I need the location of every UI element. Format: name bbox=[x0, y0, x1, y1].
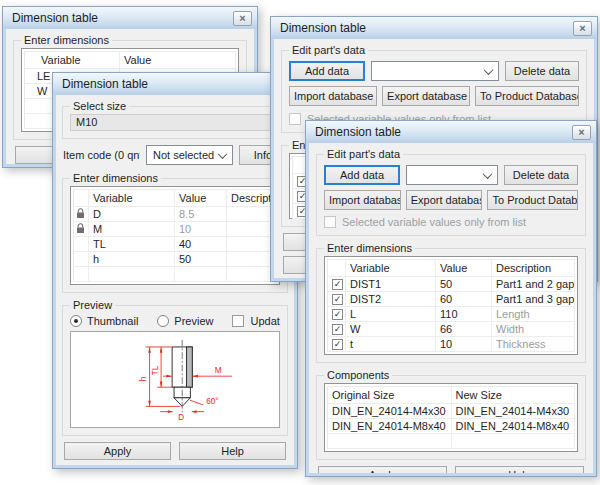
export-database-button[interactable]: Export database bbox=[382, 86, 470, 106]
screw-preview-drawing: h TL M D 60° bbox=[71, 332, 279, 428]
add-data-button[interactable]: Add data bbox=[289, 61, 365, 81]
cancel-button[interactable]: Cancel bbox=[179, 465, 286, 468]
table-row[interactable]: D 8.5 bbox=[74, 207, 277, 222]
import-database-button[interactable]: Import database bbox=[289, 86, 377, 106]
group-label: Enter dimensions bbox=[21, 34, 112, 46]
thumbnail-radio[interactable]: Thumbnail bbox=[70, 315, 138, 327]
group-label: Components bbox=[324, 369, 392, 381]
dim-label-tl: TL bbox=[151, 365, 160, 375]
add-data-button[interactable]: Add data bbox=[324, 165, 400, 185]
preview-radio[interactable]: Preview bbox=[157, 315, 213, 327]
dim-label-h: h bbox=[139, 377, 148, 382]
enter-dimensions-group: Enter dimensions Variable Value Descript… bbox=[62, 172, 288, 293]
checkbox-box bbox=[324, 216, 336, 228]
window-title: Dimension table bbox=[315, 125, 572, 139]
cell-variable: W bbox=[346, 322, 436, 337]
close-icon: × bbox=[578, 127, 584, 138]
cell-variable: L bbox=[346, 307, 436, 322]
cell-variable: D bbox=[89, 207, 175, 222]
group-label: Edit part's data bbox=[324, 148, 403, 160]
group-label: Enter dimensions bbox=[324, 242, 415, 254]
apply-button[interactable]: Apply bbox=[64, 442, 171, 460]
titlebar[interactable]: Dimension table × bbox=[3, 7, 257, 29]
table-row[interactable]: DIN_EN_24014-M4x30 DIN_EN_24014-M4x30 bbox=[328, 404, 575, 419]
import-database-button[interactable]: Import database bbox=[324, 190, 401, 210]
cell-description: Length bbox=[492, 307, 575, 322]
radio-dot bbox=[157, 315, 169, 327]
column-header: Value bbox=[175, 190, 227, 207]
cell-variable: DIST1 bbox=[346, 277, 436, 292]
radio-dot bbox=[70, 315, 82, 327]
cell-description bbox=[227, 237, 277, 252]
cell-original-size: DIN_EN_24014-M4x30 bbox=[328, 404, 452, 419]
titlebar[interactable]: Dimension table × bbox=[271, 17, 597, 39]
checkbox[interactable]: ✓ bbox=[332, 324, 343, 335]
checkbox-box bbox=[289, 113, 301, 125]
cell-description: Thickness bbox=[492, 337, 575, 352]
cell-original-size: DIN_EN_24014-M8x40 bbox=[328, 419, 452, 434]
group-label: Preview bbox=[70, 299, 115, 311]
selected-values-checkbox[interactable]: Selected variable values only from list bbox=[324, 216, 578, 228]
chevron-down-icon bbox=[483, 169, 493, 179]
to-product-database-button[interactable]: To Product Database bbox=[487, 190, 578, 210]
dim-label-d: D bbox=[178, 413, 184, 422]
table-row[interactable]: ✓ L 110 Length bbox=[328, 307, 575, 322]
table-row[interactable]: ✓ W 66 Width bbox=[328, 322, 575, 337]
checkbox[interactable]: ✓ bbox=[332, 309, 343, 320]
column-header: Variable bbox=[25, 52, 120, 69]
table-row[interactable]: M 10 bbox=[74, 222, 277, 237]
table-row[interactable]: ✓ DIST1 50 Part1 and 2 gap bbox=[328, 277, 575, 292]
preview-canvas[interactable]: h TL M D 60° bbox=[70, 331, 280, 428]
close-button[interactable]: × bbox=[233, 11, 252, 26]
table-row[interactable]: ✓ t 10 Thickness bbox=[328, 337, 575, 352]
cell-description bbox=[227, 252, 277, 267]
window-title: Dimension table bbox=[12, 11, 233, 25]
cell-value: 40 bbox=[175, 237, 227, 252]
preview-group: Preview Thumbnail Preview Update preview… bbox=[62, 299, 288, 436]
apply-button[interactable]: Apply bbox=[318, 466, 447, 476]
dimensions-table: Variable Value Description D bbox=[70, 186, 280, 285]
cell-value: 8.5 bbox=[175, 207, 227, 222]
table-row[interactable]: h 50 bbox=[74, 252, 277, 267]
table-row[interactable]: ✓ DIST2 60 Part1 and 3 gap bbox=[328, 292, 575, 307]
item-code-combobox[interactable]: Not selected bbox=[146, 145, 233, 165]
data-combobox[interactable] bbox=[406, 165, 498, 185]
cell-description bbox=[227, 207, 277, 222]
update-preview-checkbox[interactable]: Update preview automatic bbox=[232, 315, 280, 327]
titlebar[interactable]: Dimension table × bbox=[306, 121, 596, 143]
help-button[interactable]: Help bbox=[179, 442, 286, 460]
lock-icon bbox=[76, 223, 85, 234]
titlebar[interactable]: Dimension table × bbox=[53, 73, 297, 95]
cell-value: 10 bbox=[436, 337, 492, 352]
table-row[interactable]: DIN_EN_24014-M8x40 DIN_EN_24014-M8x40 bbox=[328, 419, 575, 434]
check-icon: ✓ bbox=[334, 340, 342, 349]
export-database-button[interactable]: Export database bbox=[406, 190, 483, 210]
checkbox-box bbox=[232, 315, 244, 327]
column-header: Variable bbox=[89, 190, 175, 207]
help-button[interactable]: Help bbox=[455, 466, 584, 476]
group-label: Enter dimensions bbox=[70, 172, 161, 184]
enter-dimensions-group: Enter dimensions Variable Value Descript… bbox=[316, 242, 586, 363]
ok-button[interactable]: OK bbox=[64, 465, 171, 468]
delete-data-button[interactable]: Delete data bbox=[505, 61, 579, 81]
table-row[interactable]: TL 40 bbox=[74, 237, 277, 252]
check-icon: ✓ bbox=[334, 325, 342, 334]
dialog-dimension-table-4: Dimension table × Edit part's data Add d… bbox=[305, 120, 597, 477]
column-header: Value bbox=[436, 260, 492, 277]
checkbox[interactable]: ✓ bbox=[332, 279, 343, 290]
data-combobox[interactable] bbox=[371, 61, 499, 81]
checkbox[interactable]: ✓ bbox=[332, 339, 343, 350]
chevron-down-icon bbox=[484, 65, 494, 75]
cell-variable: TL bbox=[89, 237, 175, 252]
to-product-database-button[interactable]: To Product Database bbox=[475, 86, 579, 106]
cell-variable: h bbox=[89, 252, 175, 267]
close-button[interactable]: × bbox=[572, 125, 591, 140]
size-field[interactable]: M10 bbox=[70, 114, 280, 131]
close-button[interactable]: × bbox=[573, 21, 592, 36]
combobox-value: Not selected bbox=[153, 149, 219, 161]
item-code-label: Item code (0 qnt bbox=[63, 149, 140, 161]
delete-data-button[interactable]: Delete data bbox=[504, 165, 578, 185]
cell-value: 50 bbox=[175, 252, 227, 267]
checkbox[interactable]: ✓ bbox=[332, 294, 343, 305]
cell-description: Width bbox=[492, 322, 575, 337]
